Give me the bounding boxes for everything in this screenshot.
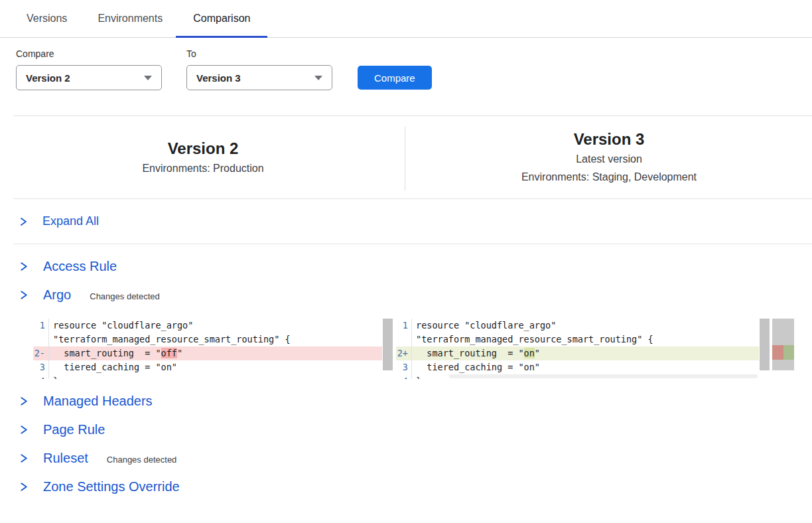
- diff-panel-version-3[interactable]: 1 resource "cloudflare_argo" "terraform_…: [396, 319, 794, 379]
- code-text: smart_routing = "on": [412, 346, 759, 360]
- chevron-down-icon: [144, 76, 152, 80]
- horizontal-scrollbar[interactable]: [449, 374, 758, 378]
- section-label: Managed Headers: [43, 394, 153, 409]
- compare-version-select[interactable]: Version 2: [16, 65, 162, 90]
- line-number: [396, 333, 412, 346]
- section-label: Zone Settings Override: [43, 479, 180, 494]
- line-number: 2+: [396, 346, 412, 360]
- chevron-right-icon: [19, 453, 29, 464]
- line-number: 4: [396, 374, 412, 379]
- expand-all-button[interactable]: Expand All: [0, 199, 812, 244]
- section-ruleset[interactable]: Ruleset Changes detected: [0, 444, 812, 473]
- tab-versions[interactable]: Versions: [27, 0, 67, 37]
- resource-sections: Access Rule Argo Changes detected 1 reso…: [0, 244, 812, 501]
- diff-panel-version-2[interactable]: 1 resource "cloudflare_argo" "terraform_…: [33, 319, 393, 379]
- ruler-removed-mark: [772, 345, 783, 360]
- code-text: smart_routing = "off": [49, 346, 382, 360]
- section-label: Access Rule: [43, 259, 117, 274]
- code-text: tiered_caching = "on": [412, 360, 759, 374]
- chevron-down-icon: [314, 76, 322, 80]
- compare-label: Compare: [16, 48, 162, 59]
- version-headers: Version 2 Environments: Production Versi…: [0, 116, 812, 198]
- version-left-header: Version 2 Environments: Production: [0, 116, 406, 198]
- diff-line-added: 2+ smart_routing = "on": [396, 346, 759, 360]
- diff-line: 1 resource "cloudflare_argo": [33, 319, 382, 333]
- diff-line-wrap: "terraform_managed_resource_smart_routin…: [33, 333, 382, 346]
- section-access-rule[interactable]: Access Rule: [0, 252, 812, 281]
- code-text: resource "cloudflare_argo": [49, 319, 382, 333]
- diff-line-wrap: "terraform_managed_resource_smart_routin…: [396, 333, 759, 346]
- vertical-scrollbar[interactable]: [383, 319, 393, 370]
- version-right-environments: Environments: Staging, Development: [521, 168, 697, 186]
- line-number: 1: [33, 319, 49, 333]
- code-text: tiered_caching = "on": [49, 360, 382, 374]
- code-text: "terraform_managed_resource_smart_routin…: [412, 333, 759, 346]
- changes-detected-badge: Changes detected: [107, 453, 177, 465]
- chevron-right-icon: [19, 261, 29, 272]
- chevron-right-icon: [19, 216, 28, 227]
- code-text: resource "cloudflare_argo": [412, 319, 759, 333]
- section-label: Ruleset: [43, 451, 88, 466]
- version-right-subtitle: Latest version: [576, 150, 642, 168]
- diff-line-removed: 2- smart_routing = "off": [33, 346, 382, 360]
- removed-word: off: [161, 348, 177, 358]
- expand-all-label: Expand All: [42, 214, 99, 228]
- to-version-select[interactable]: Version 3: [186, 65, 332, 90]
- section-managed-headers[interactable]: Managed Headers: [0, 387, 812, 415]
- code-text: }: [49, 374, 382, 379]
- compare-button[interactable]: Compare: [358, 66, 432, 90]
- tab-bar: Versions Environments Comparison: [0, 0, 812, 38]
- line-number: [33, 333, 49, 346]
- section-label: Argo: [43, 287, 71, 303]
- version-right-header: Version 3 Latest version Environments: S…: [406, 116, 812, 198]
- line-number: 3: [396, 360, 412, 374]
- to-version-value: Version 3: [196, 72, 241, 84]
- vertical-divider: [405, 127, 405, 190]
- section-page-rule[interactable]: Page Rule: [0, 415, 812, 444]
- line-number: 3: [33, 360, 49, 374]
- version-left-environments: Environments: Production: [142, 159, 263, 177]
- added-word: on: [524, 348, 535, 358]
- diff-line: 3 tiered_caching = "on": [33, 360, 382, 374]
- tab-environments[interactable]: Environments: [98, 0, 163, 37]
- tab-comparison[interactable]: Comparison: [193, 0, 250, 37]
- version-right-title: Version 3: [574, 129, 645, 150]
- ruler-added-mark: [783, 345, 795, 360]
- argo-diff: 1 resource "cloudflare_argo" "terraform_…: [33, 319, 812, 379]
- changes-detected-badge: Changes detected: [90, 289, 160, 301]
- line-number: 2-: [33, 346, 49, 360]
- line-number: 4: [33, 374, 49, 379]
- chevron-right-icon: [19, 289, 29, 301]
- section-argo[interactable]: Argo Changes detected: [0, 281, 812, 309]
- line-number: 1: [396, 319, 412, 333]
- code-text: "terraform_managed_resource_smart_routin…: [49, 333, 382, 346]
- chevron-right-icon: [19, 424, 29, 435]
- compare-form: Compare Version 2 To Version 3 Compare: [0, 38, 812, 90]
- chevron-right-icon: [19, 396, 29, 407]
- diff-line: 3 tiered_caching = "on": [396, 360, 759, 374]
- vertical-scrollbar[interactable]: [760, 319, 770, 370]
- section-zone-settings-override[interactable]: Zone Settings Override: [0, 473, 812, 501]
- chevron-right-icon: [19, 481, 29, 492]
- section-label: Page Rule: [43, 422, 105, 437]
- to-label: To: [186, 48, 332, 59]
- diff-line: 1 resource "cloudflare_argo": [396, 319, 759, 333]
- version-left-title: Version 2: [168, 138, 239, 159]
- diff-line: 4 }: [33, 374, 382, 379]
- diff-overview-ruler[interactable]: [772, 319, 794, 370]
- compare-version-value: Version 2: [26, 72, 70, 84]
